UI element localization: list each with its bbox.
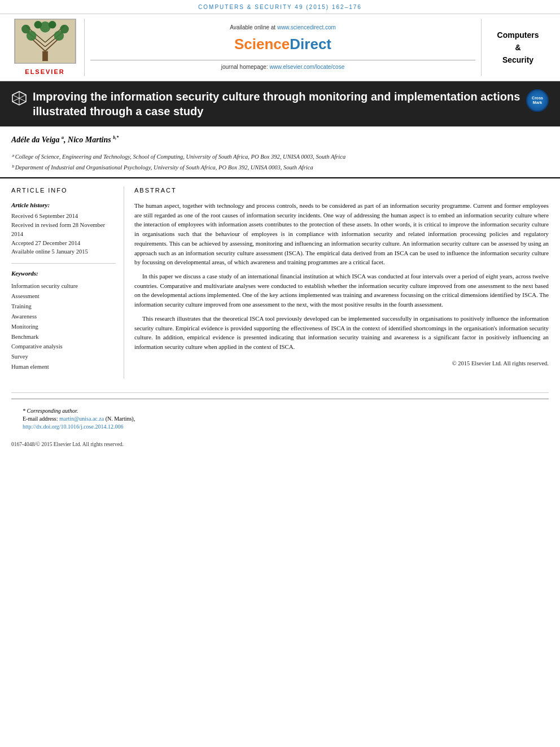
authors-section: Adéle da Veiga a, Nico Martins b,* xyxy=(0,126,560,150)
journal-homepage: journal homepage: www.elsevier.com/locat… xyxy=(90,60,475,71)
elsevier-logo-area: ELSEVIER xyxy=(11,19,85,76)
article-info-header: ARTICLE INFO xyxy=(11,186,116,195)
available-online-date: Available online 5 January 2015 xyxy=(11,247,116,256)
divider-1 xyxy=(11,263,116,264)
keyword-9: Human element xyxy=(11,362,116,372)
svg-point-11 xyxy=(60,25,69,34)
svg-point-14 xyxy=(48,21,56,29)
journal-homepage-url[interactable]: www.elsevier.com/locate/cose xyxy=(269,64,344,70)
keyword-2: Assessment xyxy=(11,291,116,302)
sciencedirect-logo: ScienceDirect xyxy=(234,34,331,54)
keyword-3: Training xyxy=(11,302,116,312)
svg-rect-1 xyxy=(42,51,48,62)
abstract-header: ABSTRACT xyxy=(134,186,549,195)
journal-citation-bar: COMPUTERS & SECURITY 49 (2015) 162–176 xyxy=(0,0,560,14)
keyword-6: Benchmark xyxy=(11,332,116,342)
abstract-paragraph-2: In this paper we discuss a case study of… xyxy=(134,272,549,309)
svg-point-13 xyxy=(34,21,42,29)
affiliation-a: ᵃ College of Science, Engineering and Te… xyxy=(11,152,549,161)
paper-title: Improving the information security cultu… xyxy=(33,89,526,119)
article-history: Article history: Received 6 September 20… xyxy=(11,201,116,256)
keyword-1: Information security culture xyxy=(11,281,116,291)
abstract-paragraph-1: The human aspect, together with technolo… xyxy=(134,201,549,267)
abstract-column: ABSTRACT The human aspect, together with… xyxy=(134,186,549,379)
copyright: © 2015 Elsevier Ltd. All rights reserved… xyxy=(134,360,549,368)
svg-point-10 xyxy=(21,25,30,34)
journal-name: Computers & Security xyxy=(481,19,549,76)
affiliations-section: ᵃ College of Science, Engineering and Te… xyxy=(0,150,560,178)
footnote-section: * Corresponding author. E-mail address: … xyxy=(11,399,549,436)
affiliation-b: ᵇ Department of Industrial and Organisat… xyxy=(11,163,549,172)
title-section: Improving the information security cultu… xyxy=(0,81,560,126)
email-line: E-mail address: martin@unisa.ac.za (N. M… xyxy=(23,415,537,423)
keyword-4: Awareness xyxy=(11,312,116,322)
article-info-column: ARTICLE INFO Article history: Received 6… xyxy=(11,186,124,379)
available-online-text: Available online at www.sciencedirect.co… xyxy=(230,24,336,32)
abstract-text: The human aspect, together with technolo… xyxy=(134,201,549,352)
received-date: Received 6 September 2014 xyxy=(11,212,116,221)
keywords-label: Keywords: xyxy=(11,269,116,278)
history-label: Article history: xyxy=(11,201,116,209)
keyword-8: Survey xyxy=(11,352,116,362)
accepted-date: Accepted 27 December 2014 xyxy=(11,239,116,248)
keyword-7: Comparative analysis xyxy=(11,342,116,352)
elsevier-brand-text: ELSEVIER xyxy=(25,68,64,76)
crossmark-badge: CrossMark xyxy=(526,89,549,112)
email-suffix: (N. Martins), xyxy=(106,416,135,422)
keywords-section: Keywords: Information security culture A… xyxy=(11,269,116,372)
revised-date: Received in revised form 28 November 201… xyxy=(11,221,116,239)
corresponding-note: * Corresponding author. xyxy=(23,407,537,415)
main-content: ARTICLE INFO Article history: Received 6… xyxy=(0,177,560,387)
abstract-paragraph-3: This research illustrates that the theor… xyxy=(134,314,549,352)
sciencedirect-url[interactable]: www.sciencedirect.com xyxy=(277,24,336,30)
email-link[interactable]: martin@unisa.ac.za xyxy=(59,416,104,422)
paper-icon xyxy=(11,90,27,109)
doi-line: http://dx.doi.org/10.1016/j.cose.2014.12… xyxy=(23,423,537,431)
email-label: E-mail address: xyxy=(23,416,58,422)
issn-line: 0167-4048/© 2015 Elsevier Ltd. All right… xyxy=(0,436,560,453)
journal-header: ELSEVIER Available online at www.science… xyxy=(0,14,560,81)
section-divider xyxy=(11,392,549,393)
keyword-5: Monitoring xyxy=(11,322,116,332)
author-names: Adéle da Veiga a, Nico Martins b,* xyxy=(11,136,119,144)
sciencedirect-area: Available online at www.sciencedirect.co… xyxy=(90,19,475,76)
elsevier-tree-logo xyxy=(14,19,76,64)
doi-link[interactable]: http://dx.doi.org/10.1016/j.cose.2014.12… xyxy=(23,423,123,430)
